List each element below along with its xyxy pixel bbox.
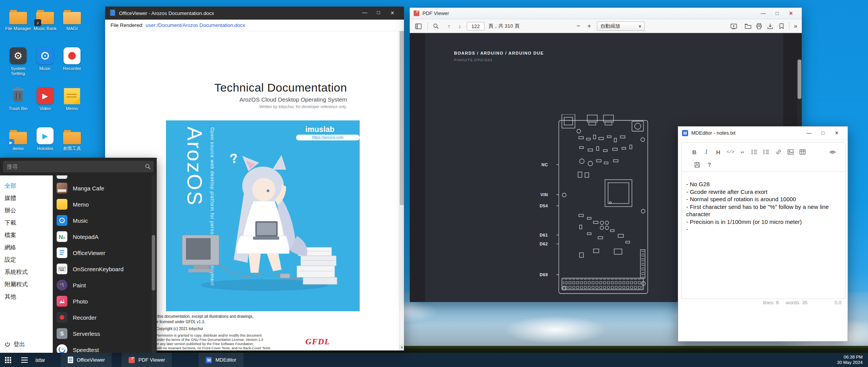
maximize-button[interactable]: □: [770, 8, 784, 19]
scrollbar-thumb[interactable]: [798, 60, 801, 99]
window-title: MDEditor - notes.txt: [691, 130, 736, 136]
markdown-editor[interactable]: - No G28 - Gcode rewrite after Cura exor…: [681, 172, 845, 299]
desktop-icon-trash-bin[interactable]: Trash Bin: [5, 85, 32, 111]
scroll-down-button[interactable]: ▾: [399, 344, 404, 350]
app-item-photo[interactable]: Photo: [57, 293, 88, 309]
editor-line: - Normal speed of rotation is around 100…: [686, 195, 840, 203]
table-button[interactable]: [798, 147, 808, 157]
desktop: File Manager ♪ Music Bank MAGI ⚙ System …: [0, 0, 868, 367]
maximize-button[interactable]: □: [816, 127, 830, 140]
file-rendered-label: File Rendered:: [111, 22, 143, 28]
pdfviewer-titlebar[interactable]: PDF Viewer — □ ×: [410, 8, 802, 19]
save-button[interactable]: [692, 160, 702, 170]
taskbar-item-officeviewer[interactable]: OfficeViewer: [61, 353, 112, 367]
zoom-out-button[interactable]: −: [573, 21, 584, 32]
desktop-icon-magi[interactable]: MAGI: [59, 5, 85, 31]
mdeditor-icon: M: [206, 357, 212, 363]
zoom-select[interactable]: 自動縮放 ▾: [597, 22, 645, 31]
desktop-icon-video[interactable]: ▶ Video: [32, 85, 59, 111]
bold-button[interactable]: B: [689, 147, 699, 157]
preview-eye-button[interactable]: [828, 147, 838, 157]
close-button[interactable]: ×: [385, 10, 399, 17]
search-icon[interactable]: [431, 21, 441, 32]
sidebar-toggle-button[interactable]: [413, 21, 424, 32]
desktop-icon-holodex[interactable]: ▶ Holodex: [32, 125, 59, 151]
link-button[interactable]: [774, 147, 784, 157]
more-tools-button[interactable]: »: [790, 21, 801, 32]
officeviewer-scrollbar[interactable]: ▾: [399, 31, 404, 350]
clock[interactable]: 06:38 PM 30 May 2024: [837, 355, 868, 365]
category-all[interactable]: 全部: [5, 182, 16, 190]
desktop-icon-system-setting[interactable]: ⚙ System Setting: [5, 45, 32, 76]
help-button[interactable]: ?: [704, 160, 714, 170]
category-files[interactable]: 檔案: [5, 232, 16, 239]
image-button[interactable]: [786, 147, 796, 157]
quote-button[interactable]: “: [737, 147, 747, 157]
window-title: OfficeViewer - Arozos Documentation.docx: [119, 10, 214, 16]
minimize-button[interactable]: —: [802, 127, 816, 140]
category-media[interactable]: 媒體: [5, 195, 16, 202]
poster-brand: ArozOS: [183, 127, 206, 206]
bookmark-button[interactable]: [776, 21, 787, 32]
category-network[interactable]: 網絡: [5, 244, 16, 251]
zoom-select-value: 自動縮放: [600, 23, 620, 30]
category-accessories[interactable]: 附屬程式: [5, 281, 28, 288]
app-item-paint[interactable]: Paint: [57, 277, 86, 293]
app-item-speedtest[interactable]: Speedtest: [57, 342, 99, 353]
bullet-list-button[interactable]: [749, 147, 759, 157]
close-button[interactable]: ×: [784, 8, 798, 19]
print-button[interactable]: [754, 21, 764, 32]
ime-indicator[interactable]: ixtw: [35, 357, 45, 363]
scrollbar-thumb[interactable]: [152, 235, 155, 290]
doc-title: Technical Documentation: [214, 81, 347, 94]
next-page-button[interactable]: ↓: [454, 21, 465, 32]
file-path-link[interactable]: user:/Document/Arozos Documentation.docx: [146, 22, 245, 28]
taskbar-item-pdfviewer[interactable]: PDF Viewer: [122, 353, 172, 367]
category-settings[interactable]: 設定: [5, 256, 16, 264]
category-download[interactable]: 下載: [5, 219, 16, 227]
mdeditor-titlebar[interactable]: M MDEditor - notes.txt — □ ×: [678, 127, 848, 140]
category-others[interactable]: 其他: [5, 293, 16, 300]
minimize-button[interactable]: —: [358, 10, 372, 15]
logout-button[interactable]: 登出: [5, 341, 25, 348]
app-item-notepada[interactable]: NA NotepadA: [57, 229, 99, 245]
app-grid-button[interactable]: [0, 353, 16, 367]
app-list-scrollbar[interactable]: [152, 175, 155, 353]
menu-button[interactable]: [16, 353, 32, 367]
page-number-input[interactable]: [467, 22, 484, 30]
zoom-in-button[interactable]: +: [584, 21, 595, 32]
download-button[interactable]: [765, 21, 776, 32]
app-item-music[interactable]: Music: [57, 212, 88, 229]
editor-line: - Precision is in 1/100mm (or 10 micro m…: [686, 218, 840, 226]
app-item-officeviewer[interactable]: OfficeViewer: [57, 245, 106, 261]
maximize-button[interactable]: □: [372, 10, 385, 15]
heading-button[interactable]: H: [713, 147, 723, 157]
desktop-icon-recorder[interactable]: Recorder: [59, 45, 85, 71]
category-system[interactable]: 系統程式: [5, 269, 28, 276]
desktop-icon-editor-folder[interactable]: 創剪工具: [59, 125, 85, 151]
numbered-list-button[interactable]: [761, 147, 771, 157]
desktop-icon-music[interactable]: Music: [32, 45, 59, 71]
presentation-mode-button[interactable]: [728, 21, 739, 32]
app-item-recorder[interactable]: Recorder: [57, 309, 97, 325]
taskbar-item-mdeditor[interactable]: M MDEditor: [199, 353, 243, 367]
officeviewer-titlebar[interactable]: OfficeViewer - Arozos Documentation.docx…: [105, 7, 404, 20]
scrollbar-thumb[interactable]: [400, 31, 404, 205]
app-item-memo[interactable]: Memo: [57, 196, 89, 212]
close-button[interactable]: ×: [830, 127, 844, 140]
desktop-icon-memo[interactable]: Memo: [59, 85, 85, 111]
desktop-icon-file-manager[interactable]: File Manager: [5, 5, 32, 31]
desktop-icon-demo[interactable]: ▶ demo: [5, 125, 32, 151]
minimize-button[interactable]: —: [756, 8, 770, 19]
desktop-icon-music-bank[interactable]: ♪ Music Bank: [32, 5, 59, 31]
app-item-manga-cafe[interactable]: Manga Cafe: [57, 180, 104, 196]
app-item-onscreenkeyboard[interactable]: OnScreenKeyboard: [57, 261, 124, 277]
search-input[interactable]: [3, 161, 154, 172]
category-office[interactable]: 辦公: [5, 207, 16, 214]
start-menu: 全部 媒體 辦公 下載 檔案 網絡 設定 系統程式 附屬程式 其他 登出 Man…: [0, 158, 157, 353]
italic-button[interactable]: I: [701, 147, 711, 157]
app-item-serverless[interactable]: S Serverless: [57, 325, 100, 342]
previous-page-button[interactable]: ↑: [444, 21, 454, 32]
code-button[interactable]: </>: [726, 147, 736, 157]
open-file-button[interactable]: [742, 21, 753, 32]
